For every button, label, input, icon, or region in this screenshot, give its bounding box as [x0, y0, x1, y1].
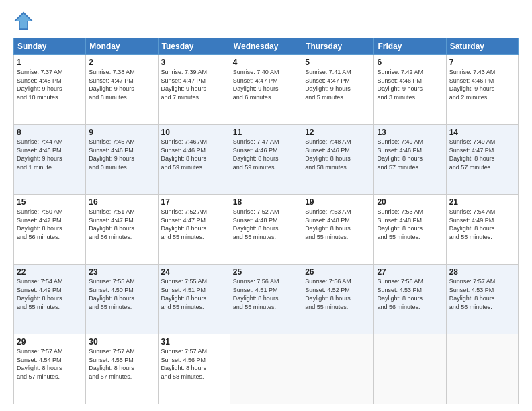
logo	[13, 11, 36, 31]
day-number: 23	[89, 267, 154, 277]
cell-details: Sunrise: 7:55 AMSunset: 4:50 PMDaylight:…	[89, 277, 154, 311]
cell-details: Sunrise: 7:53 AMSunset: 4:48 PMDaylight:…	[377, 208, 443, 241]
calendar-cell: 5Sunrise: 7:41 AMSunset: 4:47 PMDaylight…	[302, 55, 374, 125]
cell-details: Sunrise: 7:55 AMSunset: 4:51 PMDaylight:…	[161, 277, 227, 311]
calendar-cell: 29Sunrise: 7:57 AMSunset: 4:54 PMDayligh…	[14, 334, 86, 404]
day-number: 5	[305, 58, 371, 67]
cell-details: Sunrise: 7:57 AMSunset: 4:56 PMDaylight:…	[161, 347, 227, 381]
cell-details: Sunrise: 7:57 AMSunset: 4:54 PMDaylight:…	[17, 347, 83, 381]
day-header-friday: Friday	[374, 38, 446, 55]
cell-details: Sunrise: 7:41 AMSunset: 4:47 PMDaylight:…	[305, 68, 371, 101]
day-number: 11	[233, 128, 299, 137]
cell-details: Sunrise: 7:50 AMSunset: 4:47 PMDaylight:…	[17, 208, 83, 241]
cell-details: Sunrise: 7:43 AMSunset: 4:46 PMDaylight:…	[449, 68, 515, 101]
day-number: 26	[305, 267, 371, 277]
calendar-cell: 18Sunrise: 7:52 AMSunset: 4:48 PMDayligh…	[230, 195, 302, 265]
calendar-cell: 26Sunrise: 7:56 AMSunset: 4:52 PMDayligh…	[302, 265, 374, 334]
calendar-cell: 20Sunrise: 7:53 AMSunset: 4:48 PMDayligh…	[374, 195, 446, 265]
calendar-cell: 22Sunrise: 7:54 AMSunset: 4:49 PMDayligh…	[14, 265, 86, 334]
day-number: 21	[449, 197, 515, 207]
cell-details: Sunrise: 7:53 AMSunset: 4:48 PMDaylight:…	[305, 208, 371, 241]
calendar-cell	[374, 334, 446, 404]
calendar-cell: 9Sunrise: 7:45 AMSunset: 4:46 PMDaylight…	[86, 125, 158, 195]
calendar-cell: 6Sunrise: 7:42 AMSunset: 4:46 PMDaylight…	[374, 55, 446, 125]
day-number: 16	[89, 197, 154, 207]
cell-details: Sunrise: 7:49 AMSunset: 4:46 PMDaylight:…	[377, 138, 443, 171]
calendar-cell: 3Sunrise: 7:39 AMSunset: 4:47 PMDaylight…	[158, 55, 230, 125]
day-number: 12	[305, 128, 371, 137]
calendar-cell: 10Sunrise: 7:46 AMSunset: 4:46 PMDayligh…	[158, 125, 230, 195]
day-number: 14	[449, 128, 515, 137]
day-number: 18	[233, 197, 299, 207]
calendar-cell: 25Sunrise: 7:56 AMSunset: 4:51 PMDayligh…	[230, 265, 302, 334]
day-number: 30	[89, 337, 154, 347]
day-header-tuesday: Tuesday	[158, 38, 230, 55]
day-number: 8	[17, 128, 83, 137]
page: SundayMondayTuesdayWednesdayThursdayFrid…	[0, 0, 532, 411]
calendar-cell: 28Sunrise: 7:57 AMSunset: 4:53 PMDayligh…	[446, 265, 518, 334]
calendar-cell: 16Sunrise: 7:51 AMSunset: 4:47 PMDayligh…	[86, 195, 158, 265]
calendar-cell: 8Sunrise: 7:44 AMSunset: 4:46 PMDaylight…	[14, 125, 86, 195]
calendar-cell: 17Sunrise: 7:52 AMSunset: 4:47 PMDayligh…	[158, 195, 230, 265]
cell-details: Sunrise: 7:52 AMSunset: 4:48 PMDaylight:…	[233, 208, 299, 241]
calendar-cell: 24Sunrise: 7:55 AMSunset: 4:51 PMDayligh…	[158, 265, 230, 334]
calendar-cell: 31Sunrise: 7:57 AMSunset: 4:56 PMDayligh…	[158, 334, 230, 404]
cell-details: Sunrise: 7:49 AMSunset: 4:47 PMDaylight:…	[449, 138, 515, 171]
day-number: 25	[233, 267, 299, 277]
calendar-cell: 1Sunrise: 7:37 AMSunset: 4:48 PMDaylight…	[14, 55, 86, 125]
day-number: 17	[161, 197, 227, 207]
calendar-cell: 14Sunrise: 7:49 AMSunset: 4:47 PMDayligh…	[446, 125, 518, 195]
day-number: 24	[161, 267, 227, 277]
cell-details: Sunrise: 7:57 AMSunset: 4:53 PMDaylight:…	[449, 277, 515, 311]
day-number: 28	[449, 267, 515, 277]
cell-details: Sunrise: 7:37 AMSunset: 4:48 PMDaylight:…	[17, 68, 83, 101]
day-number: 6	[377, 58, 443, 67]
logo-icon	[13, 11, 34, 31]
cell-details: Sunrise: 7:56 AMSunset: 4:51 PMDaylight:…	[233, 277, 299, 311]
day-number: 29	[17, 337, 83, 347]
calendar-cell: 27Sunrise: 7:56 AMSunset: 4:53 PMDayligh…	[374, 265, 446, 334]
calendar-cell: 15Sunrise: 7:50 AMSunset: 4:47 PMDayligh…	[14, 195, 86, 265]
cell-details: Sunrise: 7:45 AMSunset: 4:46 PMDaylight:…	[89, 138, 154, 171]
cell-details: Sunrise: 7:56 AMSunset: 4:53 PMDaylight:…	[377, 277, 443, 311]
calendar-cell: 13Sunrise: 7:49 AMSunset: 4:46 PMDayligh…	[374, 125, 446, 195]
day-number: 7	[449, 58, 515, 67]
calendar-cell: 2Sunrise: 7:38 AMSunset: 4:47 PMDaylight…	[86, 55, 158, 125]
day-number: 20	[377, 197, 443, 207]
cell-details: Sunrise: 7:51 AMSunset: 4:47 PMDaylight:…	[89, 208, 154, 241]
day-number: 31	[161, 337, 227, 347]
calendar-cell	[302, 334, 374, 404]
day-number: 27	[377, 267, 443, 277]
day-header-monday: Monday	[86, 38, 158, 55]
calendar-cell: 30Sunrise: 7:57 AMSunset: 4:55 PMDayligh…	[86, 334, 158, 404]
calendar-cell: 23Sunrise: 7:55 AMSunset: 4:50 PMDayligh…	[86, 265, 158, 334]
day-number: 22	[17, 267, 83, 277]
svg-marker-1	[16, 14, 32, 29]
day-number: 3	[161, 58, 227, 67]
header	[13, 11, 519, 31]
cell-details: Sunrise: 7:48 AMSunset: 4:46 PMDaylight:…	[305, 138, 371, 171]
cell-details: Sunrise: 7:44 AMSunset: 4:46 PMDaylight:…	[17, 138, 83, 171]
day-number: 13	[377, 128, 443, 137]
day-number: 9	[89, 128, 154, 137]
cell-details: Sunrise: 7:47 AMSunset: 4:46 PMDaylight:…	[233, 138, 299, 171]
cell-details: Sunrise: 7:54 AMSunset: 4:49 PMDaylight:…	[17, 277, 83, 311]
cell-details: Sunrise: 7:38 AMSunset: 4:47 PMDaylight:…	[89, 68, 154, 101]
day-number: 2	[89, 58, 154, 67]
cell-details: Sunrise: 7:40 AMSunset: 4:47 PMDaylight:…	[233, 68, 299, 101]
day-number: 4	[233, 58, 299, 67]
cell-details: Sunrise: 7:57 AMSunset: 4:55 PMDaylight:…	[89, 347, 154, 381]
calendar-cell: 4Sunrise: 7:40 AMSunset: 4:47 PMDaylight…	[230, 55, 302, 125]
day-header-thursday: Thursday	[302, 38, 374, 55]
day-header-sunday: Sunday	[14, 38, 86, 55]
cell-details: Sunrise: 7:42 AMSunset: 4:46 PMDaylight:…	[377, 68, 443, 101]
calendar-cell: 12Sunrise: 7:48 AMSunset: 4:46 PMDayligh…	[302, 125, 374, 195]
day-header-saturday: Saturday	[446, 38, 518, 55]
day-number: 1	[17, 58, 83, 67]
calendar-cell: 21Sunrise: 7:54 AMSunset: 4:49 PMDayligh…	[446, 195, 518, 265]
cell-details: Sunrise: 7:54 AMSunset: 4:49 PMDaylight:…	[449, 208, 515, 241]
calendar-cell: 19Sunrise: 7:53 AMSunset: 4:48 PMDayligh…	[302, 195, 374, 265]
day-number: 10	[161, 128, 227, 137]
cell-details: Sunrise: 7:39 AMSunset: 4:47 PMDaylight:…	[161, 68, 227, 101]
cell-details: Sunrise: 7:52 AMSunset: 4:47 PMDaylight:…	[161, 208, 227, 241]
